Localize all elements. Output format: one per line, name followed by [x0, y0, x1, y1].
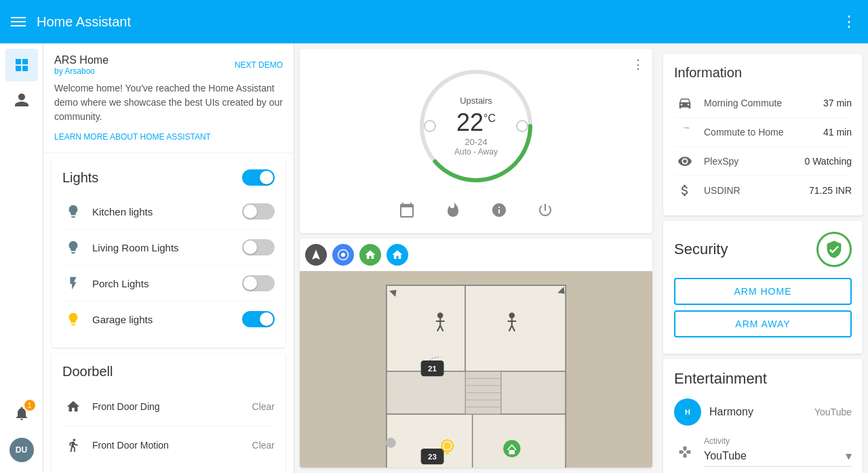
hass-icon[interactable] [387, 244, 408, 266]
svg-rect-8 [387, 285, 465, 371]
learn-more-link[interactable]: LEARN MORE ABOUT HOME ASSISTANT [54, 132, 283, 142]
lightbulb-icon [62, 201, 84, 222]
lights-master-toggle[interactable] [242, 169, 275, 186]
avatar[interactable]: DU [9, 438, 34, 462]
center-panel: ⋮ Upstairs 22°C 20-24 Aut [294, 43, 658, 473]
bolt-icon [62, 272, 84, 294]
info-label: PlexSpy [704, 156, 804, 167]
svg-point-19 [437, 312, 443, 318]
activity-row: Activity YouTube ▾ [674, 436, 852, 467]
chrome-icon[interactable] [332, 244, 354, 266]
list-item: Kitchen lights [62, 194, 275, 230]
home-icon [62, 396, 84, 417]
kitchen-lights-toggle[interactable] [242, 203, 275, 220]
thermostat-range: 20-24 [454, 137, 498, 147]
eye-icon [674, 154, 696, 169]
information-card: Information Morning Commute 37 min Commu… [663, 54, 863, 215]
welcome-section: ARS Home by Arsaboo NEXT DEMO Welcome ho… [43, 43, 294, 153]
list-item: USDINR 71.25 INR [674, 176, 852, 205]
thermostat-room: Upstairs [454, 96, 498, 106]
security-shield-icon [816, 232, 852, 267]
menu-icon[interactable] [11, 17, 26, 26]
car-icon [674, 96, 696, 110]
doorbell-status: Clear [252, 440, 275, 451]
home-name: ARS Home [54, 54, 108, 66]
info-label: Commute to Home [704, 127, 823, 138]
arm-away-button[interactable]: ARM AWAY [674, 310, 852, 337]
svg-point-3 [425, 121, 435, 131]
info-value: 71.25 INR [809, 185, 852, 196]
thermostat-mode: Auto - Away [454, 147, 498, 157]
svg-point-43 [386, 438, 396, 448]
harmony-activity: YouTube [814, 407, 852, 417]
activity-icon [674, 445, 696, 459]
info-value: 0 Watching [804, 156, 852, 167]
notification-badge: 1 [24, 400, 35, 411]
security-title: Security [674, 241, 728, 258]
more-vert-icon[interactable]: ⋮ [842, 13, 857, 30]
walk-icon [62, 434, 84, 456]
light-name: Porch Lights [92, 278, 242, 289]
sidebar-bottom: 1 DU [5, 397, 38, 473]
light-name: Garage lights [92, 314, 242, 325]
light-name: Living Room Lights [92, 242, 242, 253]
floorplan-area[interactable]: 21 23 [300, 271, 652, 468]
thermostat-calendar-icon[interactable] [395, 198, 419, 222]
car-icon [674, 125, 696, 140]
next-demo-button[interactable]: NEXT DEMO [235, 60, 283, 70]
by-label[interactable]: by Arsaboo [54, 66, 108, 76]
svg-rect-12 [473, 414, 566, 468]
porch-lights-toggle[interactable] [242, 275, 275, 291]
harmony-icon: H [674, 398, 701, 426]
thermostat-controls [395, 198, 557, 222]
doorbell-status: Clear [252, 401, 275, 412]
svg-point-5 [341, 253, 345, 257]
activity-value: YouTube [704, 450, 846, 462]
sidebar: 1 DU [0, 43, 43, 473]
navigate-icon[interactable] [305, 244, 327, 266]
doorbell-card: Doorbell Front Door Ding Clear Front Doo… [52, 353, 285, 473]
svg-text:21: 21 [428, 364, 437, 373]
security-card: Security ARM HOME ARM AWAY [663, 221, 863, 354]
information-title: Information [674, 65, 852, 81]
sidebar-item-person[interactable] [5, 84, 38, 117]
living-room-lights-toggle[interactable] [242, 239, 275, 255]
svg-rect-9 [465, 285, 566, 371]
info-label: Morning Commute [704, 98, 823, 108]
garage-lights-toggle[interactable] [242, 311, 275, 327]
activity-select[interactable]: YouTube ▾ [704, 449, 852, 467]
home-assistant-icon[interactable] [359, 244, 381, 266]
notification-bell[interactable]: 1 [5, 397, 38, 430]
entertainment-title: Entertainment [674, 370, 852, 388]
thermostat-temp: 22°C [454, 108, 498, 137]
thermostat-more-button[interactable]: ⋮ [632, 57, 644, 72]
activity-label: Activity [704, 436, 852, 446]
doorbell-name: Front Door Motion [92, 440, 252, 451]
thermostat-power-icon[interactable] [533, 198, 557, 222]
harmony-name: Harmony [709, 406, 814, 418]
list-item: Living Room Lights [62, 230, 275, 266]
thermostat-circle: Upstairs 22°C 20-24 Auto - Away [415, 65, 537, 187]
svg-point-24 [509, 312, 515, 318]
app-title: Home Assistant [37, 14, 842, 30]
floorplan-toolbar [300, 239, 652, 271]
welcome-description: Welcome home! You've reached the Home As… [54, 81, 283, 124]
sidebar-item-grid[interactable] [5, 49, 38, 81]
lights-title: Lights [62, 170, 98, 186]
harmony-device-row: H Harmony YouTube [674, 398, 852, 426]
app-bar: Home Assistant ⋮ [0, 0, 868, 43]
list-item: Front Door Motion Clear [62, 426, 275, 464]
floorplan-card: 21 23 [300, 239, 652, 468]
thermostat-flame-icon[interactable] [441, 198, 465, 222]
list-item: Front Door Ding Clear [62, 388, 275, 426]
list-item: Commute to Home 41 min [674, 118, 852, 147]
entertainment-card: Entertainment H Harmony YouTube Activity… [663, 359, 863, 473]
thermostat-fan-icon[interactable] [487, 198, 511, 222]
info-value: 37 min [823, 98, 852, 108]
svg-point-37 [503, 440, 520, 457]
thermostat-card: ⋮ Upstairs 22°C 20-24 Aut [300, 49, 652, 233]
arm-home-button[interactable]: ARM HOME [674, 278, 852, 305]
lightbulb-icon [62, 308, 84, 330]
left-panel: ARS Home by Arsaboo NEXT DEMO Welcome ho… [43, 43, 294, 473]
lightbulb-icon [62, 236, 84, 258]
